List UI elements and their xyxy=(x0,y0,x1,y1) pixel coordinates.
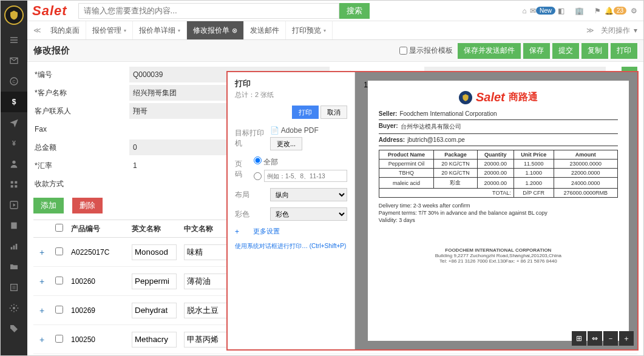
fit-width-icon[interactable]: ⇔ xyxy=(588,331,602,346)
en-name-input[interactable] xyxy=(132,274,177,289)
brand-logo: Salet xyxy=(32,3,67,19)
fax-label: Fax xyxy=(33,125,124,133)
rail-gear-icon[interactable] xyxy=(1,298,27,318)
show-template-checkbox[interactable]: 显示报价模板 xyxy=(399,45,453,56)
row-checkbox[interactable] xyxy=(55,335,63,343)
svg-point-15 xyxy=(13,307,15,309)
tabs-prev-icon[interactable]: ≪ xyxy=(30,22,44,38)
close-ops-button[interactable]: 关闭操作 xyxy=(601,25,630,36)
svg-rect-8 xyxy=(15,185,17,187)
change-printer-button[interactable]: 更改... xyxy=(270,137,302,150)
rail-yen-icon[interactable]: ¥ xyxy=(1,133,27,153)
system-print-link[interactable]: 使用系统对话框进行打印… (Ctrl+Shift+P) xyxy=(235,242,347,250)
print-confirm-button[interactable]: 打印 xyxy=(292,106,319,119)
home-icon[interactable]: ⌂ xyxy=(520,6,529,16)
rail-dollar-icon[interactable]: $ xyxy=(1,92,27,112)
svg-rect-5 xyxy=(11,181,13,184)
col-code: 产品编号 xyxy=(67,224,128,234)
row-checkbox[interactable] xyxy=(55,247,63,255)
invoice-table: Product NamePackageQuantityUnit PriceAmo… xyxy=(379,150,618,198)
col-cn: 中文名称 xyxy=(180,224,232,234)
save-button[interactable]: 保存 xyxy=(523,43,550,59)
select-all-checkbox[interactable] xyxy=(55,224,63,232)
left-rail: C $ ¥ xyxy=(1,1,27,356)
expand-icon[interactable]: + xyxy=(33,277,50,286)
rail-copyright-icon[interactable]: C xyxy=(1,71,27,92)
cn-name-input[interactable] xyxy=(184,244,229,260)
svg-rect-10 xyxy=(11,223,16,229)
printer-label: 目标打印机 xyxy=(235,128,264,149)
code-label: *编号 xyxy=(33,70,124,80)
rail-mail-icon[interactable] xyxy=(1,50,27,71)
tab-send-mail[interactable]: 发送邮件 xyxy=(244,21,286,39)
building-icon[interactable]: 🏢 xyxy=(574,6,584,16)
rail-grid-icon[interactable] xyxy=(1,174,27,195)
gear-icon[interactable]: ⚙ xyxy=(629,6,639,16)
rail-chart-icon[interactable] xyxy=(1,236,27,257)
expand-icon[interactable]: + xyxy=(33,306,50,315)
more-settings-link[interactable]: 更多设置 xyxy=(253,227,280,236)
print-button[interactable]: 打印 xyxy=(611,43,637,59)
cn-name-input[interactable] xyxy=(184,274,229,289)
page-header: 修改报价 显示报价模板 保存并发送邮件 保存 提交 复制 打印 xyxy=(27,40,643,62)
submit-button[interactable]: 提交 xyxy=(552,43,579,59)
expand-icon[interactable]: + xyxy=(33,335,50,344)
en-name-input[interactable] xyxy=(132,303,177,318)
print-cancel-button[interactable]: 取消 xyxy=(320,106,347,119)
rate-label: *汇率 xyxy=(33,161,124,171)
fit-page-icon[interactable]: ⊞ xyxy=(572,331,586,346)
rail-user-icon[interactable] xyxy=(1,153,27,174)
col-en: 英文名称 xyxy=(128,224,180,234)
close-icon[interactable]: ⊗ xyxy=(232,27,237,35)
pages-range-radio[interactable] xyxy=(254,170,347,182)
cube-icon[interactable]: ◧ xyxy=(556,6,566,16)
page-title: 修改报价 xyxy=(33,45,70,56)
tab-quote-detail[interactable]: 报价单详细▾ xyxy=(133,21,187,39)
mail-icon[interactable]: ✉New xyxy=(538,6,547,16)
rail-book-icon[interactable] xyxy=(1,215,27,236)
print-total: 总计：2 张纸 xyxy=(235,90,347,99)
layout-label: 布局 xyxy=(235,190,264,200)
layout-select[interactable]: 纵向 xyxy=(270,188,347,201)
bell-icon[interactable]: 🔔23 xyxy=(611,6,620,16)
en-name-input[interactable] xyxy=(132,244,177,260)
chevron-down-icon: ▾ xyxy=(634,26,637,35)
color-label: 彩色 xyxy=(235,209,264,220)
invoice-paper: Salet 商路通 Seller:Foodchem International … xyxy=(368,81,629,341)
rail-play-icon[interactable] xyxy=(1,195,27,215)
rail-list-icon[interactable] xyxy=(1,277,27,298)
tab-edit-quote[interactable]: 修改报价单⊗ xyxy=(187,21,244,39)
chevron-down-icon: ▾ xyxy=(124,28,126,33)
svg-text:C: C xyxy=(13,79,16,84)
color-select[interactable]: 彩色 xyxy=(270,207,347,221)
tabs-next-icon[interactable]: ≫ xyxy=(583,22,597,38)
cn-name-input[interactable] xyxy=(184,332,229,348)
svg-rect-13 xyxy=(16,244,18,249)
row-checkbox[interactable] xyxy=(55,306,63,314)
add-button[interactable]: 添加 xyxy=(33,198,64,213)
tab-quote-mgmt[interactable]: 报价管理▾ xyxy=(86,21,133,39)
en-name-input[interactable] xyxy=(132,332,177,348)
save-send-button[interactable]: 保存并发送邮件 xyxy=(458,43,521,59)
app-logo xyxy=(4,5,24,25)
tab-print-preview[interactable]: 打印预览▾ xyxy=(286,21,333,39)
expand-icon[interactable]: + xyxy=(33,247,50,257)
svg-rect-11 xyxy=(11,247,13,249)
pages-all-radio[interactable]: 全部 xyxy=(254,158,278,166)
rail-folder-icon[interactable] xyxy=(1,257,27,277)
zoom-out-icon[interactable]: － xyxy=(603,331,618,346)
total-label: 总金额 xyxy=(33,143,124,153)
search-button[interactable]: 搜索 xyxy=(339,3,370,19)
rail-menu-icon[interactable] xyxy=(1,30,27,50)
cn-name-input[interactable] xyxy=(184,303,229,318)
row-checkbox[interactable] xyxy=(55,277,63,284)
tab-desktop[interactable]: 我的桌面 xyxy=(44,21,86,39)
delete-button[interactable]: 删除 xyxy=(72,198,103,213)
copy-button[interactable]: 复制 xyxy=(581,43,608,59)
rss-icon[interactable]: ⚑ xyxy=(592,6,602,16)
search-input[interactable] xyxy=(78,3,339,19)
chevron-down-icon: ▾ xyxy=(324,28,326,33)
zoom-in-icon[interactable]: ＋ xyxy=(619,331,634,346)
rail-tag-icon[interactable] xyxy=(1,318,27,339)
rail-plane-icon[interactable] xyxy=(1,112,27,133)
